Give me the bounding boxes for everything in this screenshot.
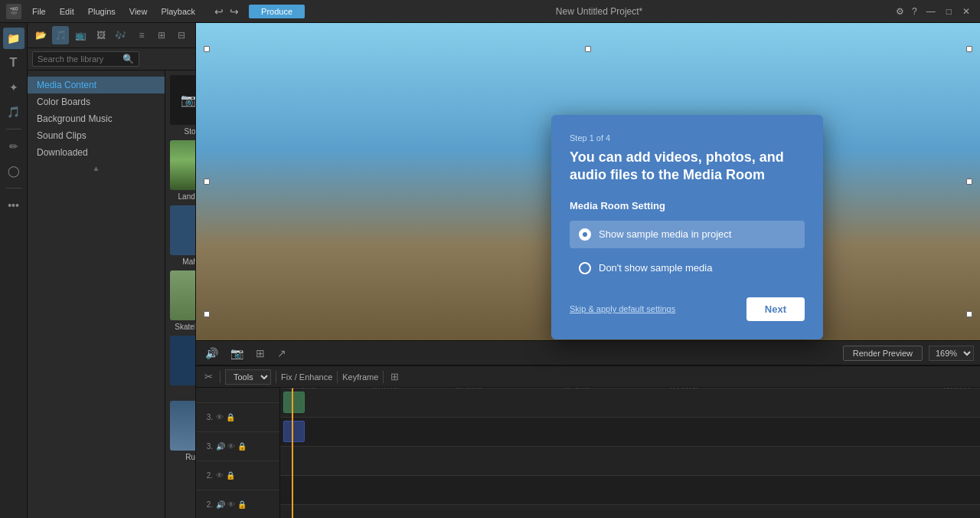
- sidebar-item-media[interactable]: 📁: [3, 28, 24, 49]
- track-lock-icon[interactable]: 🔒: [226, 413, 235, 421]
- media-item-label: Running.mp4: [185, 453, 195, 461]
- track-audio-icon[interactable]: 🔊: [216, 442, 225, 451]
- media-item-landscape01[interactable]: Landscape 01.jpg: [170, 140, 195, 201]
- maximize-button[interactable]: □: [942, 6, 956, 17]
- next-button[interactable]: Next: [746, 297, 805, 321]
- render-preview-button[interactable]: Render Preview: [843, 346, 923, 361]
- track-bg-2v: [280, 447, 980, 476]
- media-tab-music[interactable]: 🎵: [52, 26, 69, 44]
- timeline-extra-btn[interactable]: ⊞: [388, 370, 401, 383]
- track-number: 3.: [201, 413, 213, 421]
- menu-edit[interactable]: Edit: [54, 5, 80, 18]
- view-grid-button[interactable]: ⊞: [152, 26, 171, 44]
- main-content: 📁 T ✦ 🎵 ✏ ◯ ••• 📂 🎵 📺 🖼 🎶 ≡ ⊞ ⊟: [0, 23, 980, 518]
- media-tab-audio[interactable]: 🎶: [113, 26, 129, 44]
- radio-show-sample[interactable]: Show sample media in project: [570, 221, 805, 248]
- media-panel: 📂 🎵 📺 🖼 🎶 ≡ ⊞ ⊟ 🔍 Media Content Color Bo: [28, 23, 196, 518]
- sidebar-item-text[interactable]: T: [3, 52, 24, 74]
- cut-tool-button[interactable]: ✂: [202, 370, 215, 383]
- tree-item-background-music[interactable]: Background Music: [28, 110, 165, 127]
- view-large-button[interactable]: ⊟: [172, 26, 191, 44]
- handle-top-mid[interactable]: [585, 46, 591, 52]
- media-item-running[interactable]: 🏃 Running.mp4: [170, 401, 195, 461]
- tree-item-media-content[interactable]: Media Content: [28, 77, 165, 93]
- tree-scroll-arrow[interactable]: ▲: [28, 161, 165, 175]
- minimize-button[interactable]: —: [923, 6, 939, 17]
- menu-file[interactable]: File: [26, 5, 52, 18]
- handle-bottom-right[interactable]: [966, 311, 972, 317]
- sidebar-item-fx[interactable]: ✦: [3, 77, 24, 98]
- playhead[interactable]: [292, 388, 293, 518]
- tree-item-sound-clips[interactable]: Sound Clips: [28, 127, 165, 144]
- fix-enhance-button[interactable]: Fix / Enhance: [281, 372, 332, 382]
- zoom-select[interactable]: 169%: [929, 346, 974, 361]
- preview-toolbar: 🔊 📷 ⊞ ↗ Render Preview 169%: [196, 340, 980, 365]
- settings-icon[interactable]: ⚙: [893, 6, 906, 17]
- library-tree: Media Content Color Boards Background Mu…: [28, 70, 165, 518]
- menu-plugins[interactable]: Plugins: [82, 5, 122, 18]
- sidebar-item-more[interactable]: •••: [3, 195, 24, 216]
- preview-audio-btn[interactable]: 🔊: [202, 346, 221, 361]
- redo-button[interactable]: ↪: [227, 5, 241, 18]
- track-audio-icon[interactable]: 🔊: [216, 500, 225, 509]
- media-item-stock[interactable]: 📷🎵📺 Stock Content: [170, 75, 195, 136]
- sidebar-item-shapes[interactable]: ◯: [3, 160, 24, 182]
- sidebar-separator-2: [6, 188, 21, 189]
- handle-mid-left[interactable]: [204, 179, 210, 185]
- clip-3v[interactable]: [283, 392, 305, 413]
- media-item-mahoroba[interactable]: ♪ Mahoroba.mp3: [170, 205, 195, 266]
- tools-dropdown[interactable]: Tools: [225, 369, 271, 385]
- preview-snapshot-btn[interactable]: 📷: [227, 346, 247, 361]
- sidebar-separator: [6, 129, 21, 130]
- handle-top-left[interactable]: [204, 46, 210, 52]
- track-lock-icon[interactable]: 🔒: [237, 500, 247, 509]
- media-content: Media Content Color Boards Background Mu…: [28, 70, 195, 518]
- media-tab-video[interactable]: 📺: [72, 26, 89, 44]
- help-icon[interactable]: ?: [910, 6, 920, 17]
- preview-fit-btn[interactable]: ⊞: [253, 346, 268, 361]
- radio-circle-dont-show: [579, 262, 591, 274]
- produce-button[interactable]: Produce: [249, 5, 305, 18]
- keyframe-button[interactable]: Keyframe: [342, 372, 378, 382]
- menu-playback[interactable]: Playback: [155, 5, 201, 18]
- track-visibility-icon[interactable]: 👁: [216, 471, 224, 480]
- clip-3a[interactable]: [283, 421, 305, 442]
- undo-redo-group: ↩ ↪: [212, 5, 241, 18]
- tree-item-downloaded[interactable]: Downloaded: [28, 144, 165, 161]
- sidebar-item-pen[interactable]: ✏: [3, 136, 24, 157]
- menu-view[interactable]: View: [123, 5, 154, 18]
- media-item-skateboard01[interactable]: 🛹 Skateboard 01.mp4: [170, 270, 195, 331]
- menu-bar: File Edit Plugins View Playback: [26, 5, 201, 18]
- handle-bottom-left[interactable]: [204, 311, 210, 317]
- track-icons: 🔊 👁 🔒: [216, 442, 247, 451]
- skip-link[interactable]: Skip & apply default settings: [570, 304, 675, 313]
- stock-icons: 📷🎵📺: [181, 93, 195, 107]
- track-row-3-video: 3. 👁 🔒: [196, 403, 279, 432]
- timeline-track-labels: 3. 👁 🔒 3. 🔊 👁 🔒: [196, 388, 280, 518]
- media-item-track2[interactable]: ♪ Track 2: [170, 336, 195, 396]
- undo-button[interactable]: ↩: [212, 5, 226, 18]
- sidebar-item-audio[interactable]: 🎵: [3, 101, 24, 123]
- media-tab-image[interactable]: 🖼: [93, 26, 109, 44]
- handle-top-right[interactable]: [966, 46, 972, 52]
- radio-dont-show[interactable]: Don't show sample media: [570, 254, 805, 282]
- tree-item-color-boards[interactable]: Color Boards: [28, 93, 165, 110]
- track-lock-icon[interactable]: 🔒: [237, 442, 247, 451]
- track-visibility-icon[interactable]: 👁: [227, 500, 235, 509]
- media-item-label: Landscape 01.jpg: [178, 192, 195, 201]
- track-visibility-icon[interactable]: 👁: [227, 442, 235, 451]
- window-controls: ⚙ ? — □ ✕: [893, 6, 974, 17]
- track-lock-icon[interactable]: 🔒: [226, 471, 235, 480]
- media-tab-folder[interactable]: 📂: [32, 26, 49, 44]
- search-input[interactable]: [38, 54, 119, 64]
- track-bg-2a: [280, 476, 980, 505]
- track-visibility-icon[interactable]: 👁: [216, 413, 224, 421]
- close-button[interactable]: ✕: [959, 6, 974, 17]
- handle-mid-right[interactable]: [966, 179, 972, 185]
- track-icons: 👁 🔒: [216, 413, 235, 421]
- view-list-button[interactable]: ≡: [132, 26, 151, 44]
- preview-share-btn[interactable]: ↗: [274, 346, 289, 361]
- media-toolbar: 📂 🎵 📺 🖼 🎶 ≡ ⊞ ⊟: [28, 23, 195, 48]
- project-title: New Untitled Project*: [309, 6, 889, 17]
- timeline: ✂ Tools Fix / Enhance Keyframe ⊞: [196, 365, 980, 518]
